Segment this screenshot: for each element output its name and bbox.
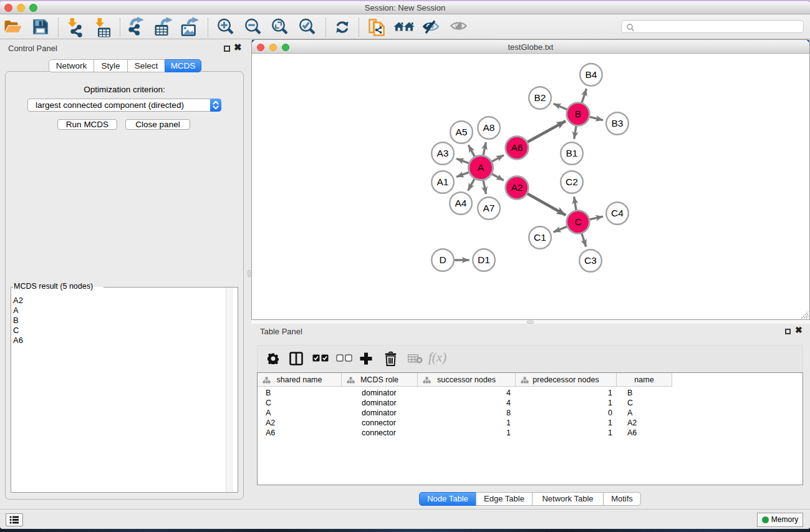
svg-text:A: A (478, 162, 485, 173)
svg-text:A7: A7 (483, 203, 495, 213)
svg-text:A1: A1 (437, 177, 449, 187)
svg-text:B3: B3 (612, 118, 624, 128)
svg-text:A4: A4 (455, 198, 467, 208)
svg-text:A5: A5 (456, 127, 468, 137)
svg-text:C3: C3 (584, 255, 597, 266)
svg-text:B4: B4 (585, 69, 597, 80)
svg-text:A3: A3 (437, 148, 449, 158)
svg-text:C4: C4 (611, 208, 624, 218)
svg-text:A2: A2 (511, 182, 523, 193)
svg-text:B1: B1 (566, 148, 578, 158)
svg-text:D1: D1 (478, 254, 490, 265)
svg-text:A8: A8 (483, 122, 495, 133)
svg-text:C: C (574, 216, 581, 227)
svg-text:C2: C2 (566, 177, 578, 187)
svg-text:A6: A6 (511, 142, 523, 153)
svg-text:D: D (439, 254, 446, 265)
svg-text:B2: B2 (534, 92, 546, 103)
svg-text:B: B (575, 109, 581, 119)
svg-text:C1: C1 (534, 232, 546, 243)
